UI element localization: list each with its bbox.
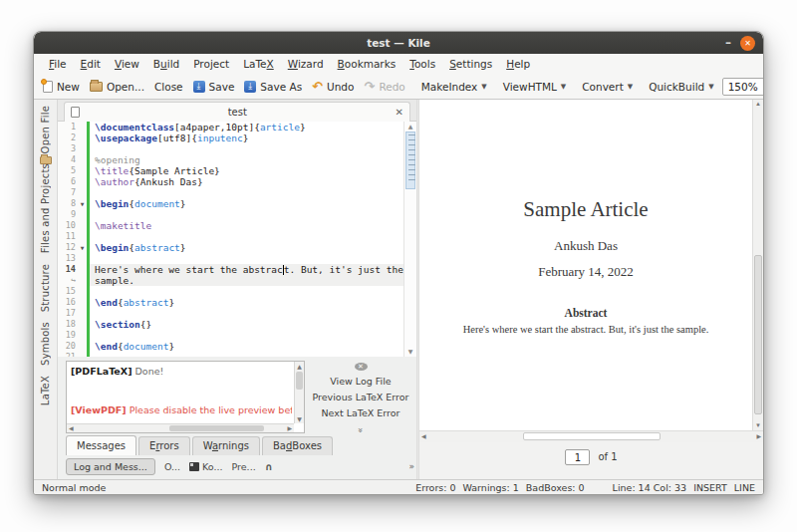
editor-line-13[interactable]: 13 [58,253,403,264]
undo-button[interactable]: ↶ Undo [307,79,359,95]
preview-vertical-scrollbar[interactable]: ▲ ▼ [752,100,763,430]
status-line-col[interactable]: Line: 14 Col: 33 [613,482,687,493]
view-log-file-action[interactable]: View Log File [330,376,391,387]
editor-line-20[interactable]: 20\end{document} [58,341,403,352]
menu-item-settings[interactable]: Settings [442,56,499,72]
makeindex-dropdown[interactable]: MakeIndex ▼ [416,79,492,95]
status-line-mode[interactable]: LINE [734,482,755,493]
open-button[interactable]: Open... [85,79,149,95]
toggle-output[interactable]: O... [164,461,180,472]
save-as-button[interactable]: ⤓ Save As [239,79,307,95]
sidebar-tab-structure[interactable]: Structure [40,264,51,312]
title-bar[interactable]: test — Kile – ✕ [34,32,763,54]
editor-line-21[interactable]: 21 [58,352,403,357]
menu-item-bookmarks[interactable]: Bookmarks [331,56,403,72]
zoom-input[interactable]: 150% [722,78,764,96]
editor-line-1[interactable]: 1\documentclass[a4paper,10pt]{article} [58,122,403,133]
scroll-up-icon[interactable]: ▲ [404,123,416,131]
log-output[interactable]: [PDFLaTeX] Done! [ViewPDF] Please disabl… [66,361,305,433]
fold-arrow-icon[interactable]: ▼ [78,242,87,253]
toggle-konsole[interactable]: Ko... [189,461,222,472]
open-label: Open... [107,81,144,93]
menu-item-edit[interactable]: Edit [74,56,108,72]
viewhtml-dropdown[interactable]: ViewHTML ▼ [498,79,572,95]
menu-item-help[interactable]: Help [499,56,537,72]
menu-item-tools[interactable]: Tools [402,56,442,72]
log-horizontal-scrollbar[interactable]: ◀ ▶ [67,423,294,432]
scroll-right-icon[interactable]: ▶ [287,424,292,432]
sidebar-tab-latex[interactable]: LaTeX [40,376,51,405]
editor-line-18[interactable]: 18\section{} [58,319,403,330]
editor-line-19[interactable]: 19 [58,330,403,341]
log-vertical-scrollbar[interactable]: ▲ ▼ [294,362,304,423]
editor-line-wrap[interactable]: ↪sample. [58,275,403,286]
scroll-left-icon[interactable]: ◀ [421,432,426,439]
menu-item-view[interactable]: View [108,56,146,72]
scrollbar-thumb[interactable] [754,255,762,414]
preview-horizontal-scrollbar[interactable]: ◀ ▶ [419,430,763,442]
editor-line-9[interactable]: 9 [58,209,403,220]
save-button[interactable]: ⤓ Save [188,79,240,95]
editor-line-3[interactable]: 3 [58,143,403,154]
sidebar-tab-open-file[interactable]: Open File [40,106,51,153]
scroll-left-icon[interactable]: ◀ [69,424,74,432]
scrollbar-thumb[interactable] [296,372,303,390]
editor-line-11[interactable]: 11 [58,231,403,242]
fold-arrow-icon[interactable]: ▼ [78,198,87,209]
document-tab-test[interactable]: test ✕ [64,102,410,122]
tab-close-icon[interactable]: ✕ [396,107,403,118]
toggle-log-and-messages[interactable]: Log and Mess... [66,458,155,475]
editor-line-4[interactable]: 4%opening [58,154,403,165]
konsole-icon [189,462,199,471]
editor-line-8[interactable]: 8▼\begin{document} [58,198,403,209]
close-file-button[interactable]: Close [149,79,188,95]
code-editor[interactable]: 1\documentclass[a4paper,10pt]{article}2\… [58,122,416,357]
editor-line-5[interactable]: 5\title{Sample Article} [58,165,403,176]
editor-line-16[interactable]: 16\end{abstract} [58,297,403,308]
previous-latex-error-action[interactable]: Previous LaTeX Error [313,392,409,402]
editor-line-15[interactable]: 15 [58,286,403,297]
editor-line-10[interactable]: 10\maketitle [58,220,403,231]
page-number-input[interactable]: 1 [565,449,590,465]
scroll-down-icon[interactable]: ▼ [404,348,416,356]
menu-item-build[interactable]: Build [146,56,186,72]
sidebar-tab-symbols[interactable]: Symbols [40,322,51,366]
quickbuild-dropdown[interactable]: QuickBuild ▼ [644,79,718,95]
stop-process-button[interactable]: ✕ [355,363,368,371]
headphones-icon[interactable]: ∩ [265,461,273,472]
menu-item-file[interactable]: File [42,56,74,72]
editor-line-17[interactable]: 17 [58,308,403,319]
sidebar-tab-files-and-projects[interactable]: Files and Projects [40,163,51,253]
scroll-right-icon[interactable]: ▶ [756,432,761,439]
menu-item-project[interactable]: Project [186,56,236,72]
log-tab-badboxes[interactable]: BadBoxes [262,436,333,455]
scrollbar-thumb[interactable] [169,425,265,431]
editor-line-12[interactable]: 12▼\begin{abstract} [58,242,403,253]
close-button[interactable]: ✕ [740,36,755,51]
log-tab-messages[interactable]: Messages [66,435,136,455]
scroll-up-icon[interactable]: ▲ [753,100,763,109]
menu-item-latex[interactable]: LaTeX [236,56,281,72]
status-insert-mode[interactable]: INSERT [693,482,727,493]
minimap-viewport[interactable] [405,132,415,189]
toggle-overflow-button[interactable]: » [408,461,414,471]
redo-button[interactable]: ↷ Redo [359,79,409,95]
editor-line-14[interactable]: 14Here's where we start the abstract. Bu… [58,264,403,275]
editor-line-6[interactable]: 6\author{Ankush Das} [58,176,403,187]
scroll-up-icon[interactable]: ▲ [295,362,304,371]
collapse-panel-icon[interactable]: » [356,427,366,433]
log-tab-warnings[interactable]: Warnings [192,436,260,455]
editor-line-2[interactable]: 2\usepackage[utf8]{inputenc} [58,133,403,143]
log-tab-errors[interactable]: Errors [138,436,190,455]
menu-item-wizard[interactable]: Wizard [281,56,331,72]
next-latex-error-action[interactable]: Next LaTeX Error [322,407,400,418]
scrollbar-thumb[interactable] [523,432,661,440]
toggle-preview[interactable]: Pre... [232,461,256,472]
scroll-down-icon[interactable]: ▼ [753,421,763,430]
minimize-button[interactable]: – [725,38,731,48]
scroll-down-icon[interactable]: ▼ [295,414,304,423]
editor-line-7[interactable]: 7 [58,187,403,198]
editor-minimap-scrollbar[interactable]: ▲ ▼ [403,122,416,357]
convert-dropdown[interactable]: Convert ▼ [577,79,638,95]
new-button[interactable]: New [38,79,85,95]
